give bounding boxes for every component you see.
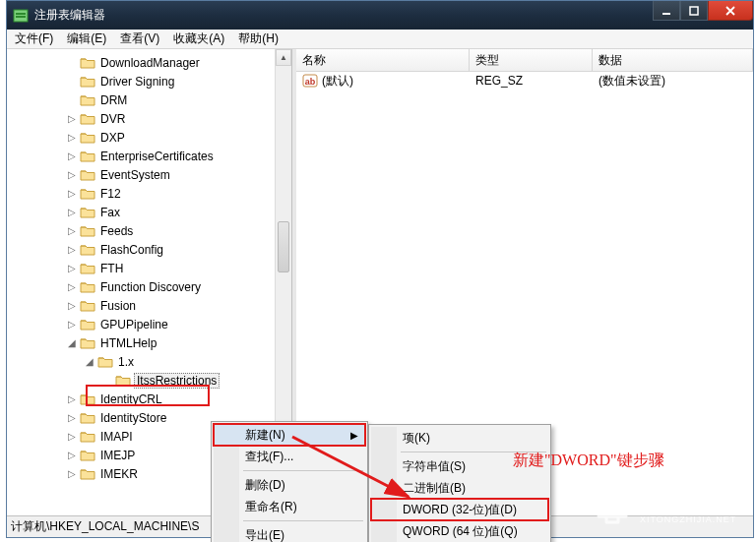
ctx-new-dword[interactable]: DWORD (32-位)值(D)	[371, 499, 548, 520]
svg-point-9	[627, 502, 630, 505]
expand-icon[interactable]: ▷	[64, 151, 80, 161]
titlebar: 注册表编辑器	[7, 1, 753, 30]
expand-icon[interactable]: ▷	[64, 281, 80, 292]
svg-text:ab: ab	[305, 77, 316, 87]
col-data[interactable]: 数据	[593, 49, 753, 71]
tree-item[interactable]: ▷EnterpriseCertificates	[11, 147, 291, 165]
app-icon	[13, 8, 29, 24]
ctx-export[interactable]: 导出(E)	[214, 524, 365, 542]
scroll-up-icon[interactable]: ▲	[276, 49, 291, 66]
tree-item[interactable]: ItssRestrictions	[11, 371, 291, 390]
window-title: 注册表编辑器	[34, 7, 653, 24]
tree-item[interactable]: ▷Feeds	[11, 221, 291, 240]
tree-item[interactable]: ▷FlashConfig	[11, 240, 291, 259]
tree-label: DownloadManager	[98, 56, 202, 70]
expand-icon[interactable]: ▷	[64, 412, 80, 423]
tree-item[interactable]: ▷FTH	[11, 259, 291, 277]
expand-icon[interactable]: ▷	[64, 113, 80, 124]
menu-view[interactable]: 查看(V)	[120, 30, 159, 47]
svg-rect-4	[690, 7, 698, 15]
menubar: 文件(F) 编辑(E) 查看(V) 收藏夹(A) 帮助(H)	[7, 30, 753, 49]
ctx-new-qword[interactable]: QWORD (64 位)值(Q)	[371, 520, 548, 542]
tree-item[interactable]: ▷F12	[11, 184, 291, 203]
tree-label: 1.x	[116, 355, 136, 369]
expand-icon[interactable]: ▷	[64, 169, 80, 180]
folder-icon	[80, 150, 95, 163]
watermark-url: XITONGZHIJIA.NET	[640, 514, 736, 524]
expand-icon[interactable]: ▷	[64, 393, 80, 404]
menu-favorites[interactable]: 收藏夹(A)	[173, 30, 224, 47]
scroll-thumb[interactable]	[278, 221, 289, 272]
folder-icon	[80, 299, 95, 313]
tree-item[interactable]: ▷Fusion	[11, 296, 291, 315]
tree-item[interactable]: DownloadManager	[11, 53, 291, 72]
svg-rect-1	[16, 13, 26, 15]
ctx-delete[interactable]: 删除(D)	[214, 474, 365, 496]
folder-icon	[115, 374, 131, 388]
expand-icon[interactable]: ▷	[64, 132, 80, 143]
tree-item[interactable]: ▷IdentityCRL	[11, 390, 291, 408]
menu-help[interactable]: 帮助(H)	[238, 30, 279, 47]
watermark-brand: 系统之家	[639, 493, 711, 512]
expand-icon[interactable]: ▷	[64, 319, 80, 330]
tree-label: IMAPI	[98, 430, 135, 444]
ctx-find[interactable]: 查找(F)...	[214, 446, 365, 467]
list-header: 名称 类型 数据	[296, 49, 753, 72]
folder-icon	[80, 56, 95, 70]
folder-icon	[80, 430, 95, 444]
expand-icon[interactable]: ▷	[64, 244, 80, 255]
expand-icon[interactable]: ▷	[64, 207, 80, 217]
tree-item[interactable]: ◢1.x	[11, 352, 291, 371]
folder-icon	[80, 187, 95, 201]
tree-label: GPUPipeline	[98, 318, 170, 331]
ctx-new-key[interactable]: 项(K)	[371, 427, 548, 449]
minimize-button[interactable]	[653, 1, 680, 21]
tree-item[interactable]: ▷DXP	[11, 128, 291, 147]
maximize-button[interactable]	[680, 1, 708, 21]
folder-icon	[80, 449, 95, 462]
expand-icon[interactable]: ▷	[64, 468, 80, 479]
tree-item[interactable]: ▷Function Discovery	[11, 277, 291, 296]
tree-label: Function Discovery	[98, 280, 203, 294]
menu-edit[interactable]: 编辑(E)	[67, 30, 106, 47]
tree-item[interactable]: DRM	[11, 90, 291, 109]
tree-label: DXP	[98, 131, 127, 145]
tree-label: FlashConfig	[98, 243, 165, 257]
tree-item[interactable]: ▷GPUPipeline	[11, 315, 291, 333]
expand-icon[interactable]: ▷	[64, 188, 80, 199]
collapse-icon[interactable]: ◢	[64, 337, 80, 348]
list-row[interactable]: ab (默认) REG_SZ (数值未设置)	[296, 72, 753, 90]
ctx-new-binary[interactable]: 二进制值(B)	[371, 477, 548, 499]
folder-icon	[80, 112, 95, 126]
tree-item[interactable]: ▷DVR	[11, 109, 291, 128]
tree-item[interactable]: ◢HTMLHelp	[11, 333, 291, 352]
row-name: (默认)	[322, 73, 353, 90]
folder-icon	[80, 467, 95, 481]
expand-icon[interactable]: ▷	[64, 225, 80, 236]
ctx-rename[interactable]: 重命名(R)	[214, 496, 365, 517]
tree-label: IdentityCRL	[98, 392, 164, 406]
expand-icon[interactable]: ▷	[64, 450, 80, 460]
folder-icon	[80, 224, 95, 238]
folder-icon	[80, 336, 95, 350]
tree-item[interactable]: ▷Fax	[11, 203, 291, 221]
svg-rect-3	[662, 13, 670, 15]
col-name[interactable]: 名称	[296, 49, 470, 71]
folder-icon	[80, 411, 95, 425]
tree-label: Fusion	[98, 299, 138, 313]
tree-label: HTMLHelp	[98, 336, 158, 350]
status-path: 计算机\HKEY_LOCAL_MACHINE\S	[11, 518, 199, 535]
col-type[interactable]: 类型	[470, 49, 593, 71]
tree-item[interactable]: Driver Signing	[11, 72, 291, 90]
folder-icon	[80, 318, 95, 331]
close-button[interactable]	[708, 1, 753, 21]
expand-icon[interactable]: ▷	[64, 263, 80, 273]
folder-icon	[80, 131, 95, 145]
ctx-new[interactable]: 新建(N) ▶	[214, 424, 365, 446]
menu-file[interactable]: 文件(F)	[15, 30, 53, 47]
ctx-new-string[interactable]: 字符串值(S)	[371, 455, 548, 477]
tree-item[interactable]: ▷EventSystem	[11, 165, 291, 184]
expand-icon[interactable]: ▷	[64, 431, 80, 442]
collapse-icon[interactable]: ◢	[82, 356, 97, 367]
expand-icon[interactable]: ▷	[64, 300, 80, 311]
